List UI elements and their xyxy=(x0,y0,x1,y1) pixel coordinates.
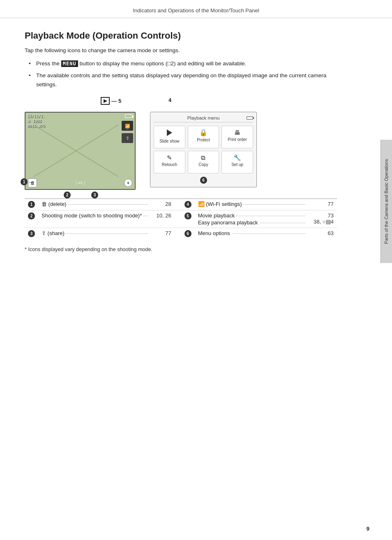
lcd-date: 15/11/2. xyxy=(27,114,45,119)
side-tab: Parts of the Camera and Basic Operations xyxy=(380,140,392,263)
ref-row-1: 1 🗑 (delete) 28 4 📶 (Wi-Fi settings) xyxy=(25,199,337,210)
camera-lcd-section: 1 — 15/11/2. ③ 1998 0014.JPG xyxy=(25,112,142,198)
bullet-list: Press the MENU button to display the men… xyxy=(25,59,337,89)
lcd-image xyxy=(34,125,118,177)
print-icon: 🖶 xyxy=(234,129,240,136)
lcd-share-icon: ⇧ xyxy=(122,133,133,143)
panel-title: Playback menu xyxy=(187,115,220,120)
protect-icon: 🔒 xyxy=(199,129,208,136)
footnote: * Icons displayed vary depending on the … xyxy=(25,247,337,252)
ref-num-1: 1 xyxy=(25,199,38,210)
ref-page-4: 77 xyxy=(310,199,337,210)
ref-num-6: 6 xyxy=(181,228,195,240)
label-6-container: 6 xyxy=(154,176,253,184)
intro-text: Tap the following icons to change the ca… xyxy=(25,46,337,55)
num-2: 2 xyxy=(64,192,71,198)
protect-label: Protect xyxy=(197,138,210,142)
menu-item-retouch[interactable]: ✎ Retouch xyxy=(154,151,185,173)
ref-page-6: 63 xyxy=(310,228,337,240)
lcd-right-icons: 📶 off ⇧ xyxy=(122,121,133,143)
lcd-battery-icon xyxy=(125,114,132,118)
diagram-area: ▶ —5 4 1 — 15/11/2. ③ 1998 0014.JPG xyxy=(25,97,337,198)
ref-num-4: 4 xyxy=(181,199,195,210)
print-label: Print order xyxy=(228,137,247,142)
label-1-callout: 1 — xyxy=(21,178,33,185)
menu-button-label: MENU xyxy=(61,60,78,67)
header-title: Indicators and Operations of the Monitor… xyxy=(133,7,259,14)
copy-label: Copy xyxy=(198,162,208,167)
side-tab-text: Parts of the Camera and Basic Operations xyxy=(383,159,390,244)
menu-item-copy[interactable]: ⧉ Copy xyxy=(188,151,219,173)
ref-num-2: 2 xyxy=(25,210,38,228)
lcd-diagonal xyxy=(34,125,118,177)
num-1: 1 xyxy=(21,178,28,185)
copy-icon: ⧉ xyxy=(201,155,205,161)
ref-page-2: 10, 26 xyxy=(153,210,174,228)
setup-icon: 🔧 xyxy=(233,155,241,161)
labels-2-3: 2 3 xyxy=(25,192,142,198)
num-6: 6 xyxy=(200,177,207,184)
menu-item-slideshow[interactable]: Slide show xyxy=(154,126,185,148)
ref-desc-5: Movie playback Easy panorama playback xyxy=(195,210,311,228)
reference-table: 1 🗑 (delete) 28 4 📶 (Wi-Fi settings) xyxy=(25,198,337,239)
ref-page-3: 77 xyxy=(153,228,174,240)
main-content: Playback Mode (Operation Controls) Tap t… xyxy=(0,18,362,265)
ref-num-3: 3 xyxy=(25,228,38,240)
lcd-bottom-bar: 🗑 [ 4⑤ ] ● xyxy=(28,178,132,187)
ref-page-1: 28 xyxy=(153,199,174,210)
num-3: 3 xyxy=(91,192,98,198)
bullet-item-2: The available controls and the setting s… xyxy=(29,71,337,89)
panel-header: Playback menu xyxy=(154,115,253,122)
ref-desc-2: Shooting mode (switch to shooting mode)* xyxy=(38,210,153,228)
ref-row-2: 2 Shooting mode (switch to shooting mode… xyxy=(25,210,337,228)
setup-label: Set up xyxy=(231,162,243,167)
page-number: 9 xyxy=(367,526,369,532)
menu-item-setup[interactable]: 🔧 Set up xyxy=(221,151,253,173)
menu-item-print[interactable]: 🖶 Print order xyxy=(221,126,253,148)
panel-battery xyxy=(247,116,253,120)
ref-desc-6: Menu options xyxy=(195,228,311,240)
ref-num-5: 5 xyxy=(181,210,195,228)
ref-page-5: 73 38, ○▤4 xyxy=(310,210,337,228)
lcd-image-svg xyxy=(34,125,118,177)
lcd-bottom-center: [ 4⑤ ] xyxy=(76,181,85,185)
retouch-icon: ✎ xyxy=(167,155,172,161)
menu-item-protect[interactable]: 🔒 Protect xyxy=(188,126,219,148)
ref-row-3: 3 ⇧ (share) 77 6 Menu options xyxy=(25,228,337,240)
lcd-wifi-icon: 📶 off xyxy=(122,121,133,131)
ref-desc-4: 📶 (Wi-Fi settings) xyxy=(195,199,311,210)
camera-lcd: 15/11/2. ③ 1998 0014.JPG xyxy=(25,112,136,190)
bullet1-before: Press the xyxy=(36,60,61,67)
section-title: Playback Mode (Operation Controls) xyxy=(25,30,337,41)
slideshow-label: Slide show xyxy=(159,139,179,143)
diagram-label-4: 4 xyxy=(168,97,171,103)
ref-desc-3: ⇧ (share) xyxy=(38,228,153,240)
ref-desc-1: 🗑 (delete) xyxy=(38,199,153,210)
retouch-label: Retouch xyxy=(162,162,177,167)
bullet-item-1: Press the MENU button to display the men… xyxy=(29,59,337,68)
slideshow-icon xyxy=(167,129,172,137)
page-header: Indicators and Operations of the Monitor… xyxy=(0,0,392,18)
bullet1-after: button to display the menu options (□2) … xyxy=(79,60,246,67)
lcd-num: ③ 1998 xyxy=(27,119,45,124)
lcd-shoot-icon: ● xyxy=(124,179,132,187)
playback-menu-panel: Playback menu Slide show 🔒 Protect xyxy=(150,112,257,187)
diagram-label-5: ▶ —5 xyxy=(101,97,121,105)
menu-grid: Slide show 🔒 Protect 🖶 Print order ✎ xyxy=(154,126,253,173)
